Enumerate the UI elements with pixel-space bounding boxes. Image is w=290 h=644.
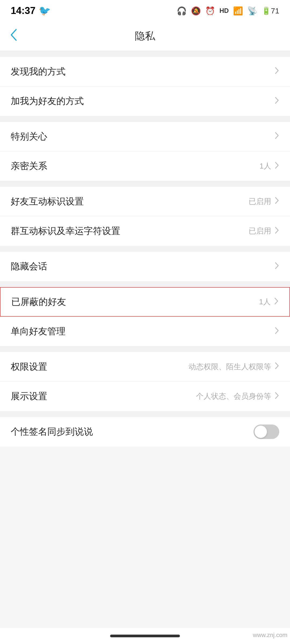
menu-item-item-blocked-friends[interactable]: 已屏蔽的好友1人 [0, 287, 290, 317]
home-bar [110, 635, 180, 637]
section-gap-4 [0, 281, 290, 287]
menu-section-group5: 已屏蔽的好友1人单向好友管理 [0, 287, 290, 346]
menu-item-item-discover[interactable]: 发现我的方式 [0, 57, 290, 86]
menu-item-label-item-blocked-friends: 已屏蔽的好友 [11, 296, 259, 308]
section-gap-5 [0, 346, 290, 352]
menu-item-item-intimate[interactable]: 亲密关系1人 [0, 151, 290, 181]
chevron-icon-item-special-care [274, 131, 279, 142]
menu-item-right-item-blocked-friends: 1人 [259, 297, 279, 307]
menu-item-label-item-special-care: 特别关心 [11, 130, 273, 143]
menu-right-text-item-display: 个人状态、会员身份等 [196, 391, 271, 401]
menu-item-right-item-signature-sync [253, 425, 279, 439]
menu-item-label-item-display: 展示设置 [11, 390, 196, 402]
toggle-item-signature-sync[interactable] [253, 425, 279, 439]
menu-container: 发现我的方式加我为好友的方式特别关心亲密关系1人好友互动标识设置已启用群互动标识… [0, 51, 290, 447]
menu-right-text-item-permissions: 动态权限、陌生人权限等 [189, 362, 271, 372]
chevron-icon-item-display [274, 391, 279, 402]
menu-item-right-item-display: 个人状态、会员身份等 [196, 391, 279, 402]
menu-item-item-group-badge[interactable]: 群互动标识及幸运字符设置已启用 [0, 216, 290, 246]
header: 隐私 [0, 21, 290, 51]
menu-item-right-item-one-way [273, 326, 279, 337]
toggle-thumb-item-signature-sync [255, 426, 267, 438]
chevron-icon-item-blocked-friends [274, 297, 279, 307]
menu-item-label-item-add-friend: 加我为好友的方式 [11, 95, 273, 107]
menu-section-group3: 好友互动标识设置已启用群互动标识及幸运字符设置已启用 [0, 187, 290, 246]
chevron-icon-item-one-way [274, 326, 279, 337]
section-gap-0 [0, 51, 290, 57]
status-bar: 14:37 🐦 🎧 🔕 ⏰ HD 📶 📡 🔋71 [0, 0, 290, 21]
menu-item-item-add-friend[interactable]: 加我为好友的方式 [0, 86, 290, 116]
status-time: 14:37 [11, 5, 35, 16]
menu-item-item-one-way[interactable]: 单向好友管理 [0, 317, 290, 346]
menu-item-item-friend-badge[interactable]: 好友互动标识设置已启用 [0, 187, 290, 216]
headphone-icon: 🎧 [177, 6, 187, 16]
menu-item-label-item-intimate: 亲密关系 [11, 160, 259, 172]
section-gap-1 [0, 116, 290, 122]
menu-item-right-item-hide-chat [273, 261, 279, 272]
menu-item-label-item-discover: 发现我的方式 [11, 65, 273, 78]
menu-section-group6: 权限设置动态权限、陌生人权限等展示设置个人状态、会员身份等 [0, 352, 290, 411]
bell-off-icon: 🔕 [191, 6, 201, 16]
chevron-icon-item-friend-badge [274, 196, 279, 207]
bird-icon: 🐦 [39, 5, 51, 16]
status-icons: 🎧 🔕 ⏰ HD 📶 📡 🔋71 [177, 6, 279, 16]
menu-item-right-item-add-friend [273, 96, 279, 107]
alarm-icon: ⏰ [205, 6, 215, 16]
section-gap-3 [0, 246, 290, 252]
menu-item-right-item-special-care [273, 131, 279, 142]
hd-icon: HD [219, 7, 229, 14]
chevron-icon-item-permissions [274, 361, 279, 372]
menu-right-text-item-blocked-friends: 1人 [259, 297, 271, 307]
menu-section-group2: 特别关心亲密关系1人 [0, 122, 290, 181]
menu-section-group1: 发现我的方式加我为好友的方式 [0, 57, 290, 116]
menu-item-item-display[interactable]: 展示设置个人状态、会员身份等 [0, 382, 290, 411]
menu-item-label-item-friend-badge: 好友互动标识设置 [11, 195, 249, 208]
menu-item-label-item-hide-chat: 隐藏会话 [11, 260, 273, 273]
footer-watermark: www.znj.com [253, 632, 287, 639]
battery-icon: 🔋71 [262, 6, 279, 15]
home-indicator [0, 628, 290, 644]
menu-item-item-hide-chat[interactable]: 隐藏会话 [0, 252, 290, 281]
menu-item-label-item-one-way: 单向好友管理 [11, 325, 273, 338]
wifi-icon: 📡 [247, 6, 257, 16]
chevron-icon-item-intimate [274, 161, 279, 171]
chevron-icon-item-discover [274, 66, 279, 77]
menu-item-item-signature-sync[interactable]: 个性签名同步到说说 [0, 417, 290, 447]
menu-item-right-item-discover [273, 66, 279, 77]
chevron-icon-item-add-friend [274, 96, 279, 107]
menu-section-group4: 隐藏会话 [0, 252, 290, 281]
menu-item-right-item-friend-badge: 已启用 [249, 196, 279, 207]
section-gap-6 [0, 411, 290, 417]
menu-item-item-permissions[interactable]: 权限设置动态权限、陌生人权限等 [0, 352, 290, 382]
menu-item-label-item-group-badge: 群互动标识及幸运字符设置 [11, 225, 249, 237]
menu-right-text-item-intimate: 1人 [259, 161, 271, 171]
menu-section-group7: 个性签名同步到说说 [0, 417, 290, 447]
back-button[interactable] [10, 28, 17, 44]
menu-item-item-special-care[interactable]: 特别关心 [0, 122, 290, 151]
menu-item-right-item-permissions: 动态权限、陌生人权限等 [189, 361, 279, 372]
menu-item-label-item-signature-sync: 个性签名同步到说说 [11, 426, 253, 438]
menu-item-right-item-intimate: 1人 [259, 161, 279, 171]
menu-right-text-item-group-badge: 已启用 [249, 226, 271, 236]
menu-right-text-item-friend-badge: 已启用 [249, 196, 271, 207]
section-gap-2 [0, 181, 290, 187]
menu-item-label-item-permissions: 权限设置 [11, 361, 189, 373]
signal-icon: 📶 [233, 6, 243, 16]
chevron-icon-item-hide-chat [274, 261, 279, 272]
menu-item-right-item-group-badge: 已启用 [249, 226, 279, 236]
page-title: 隐私 [135, 29, 155, 43]
chevron-icon-item-group-badge [274, 226, 279, 236]
